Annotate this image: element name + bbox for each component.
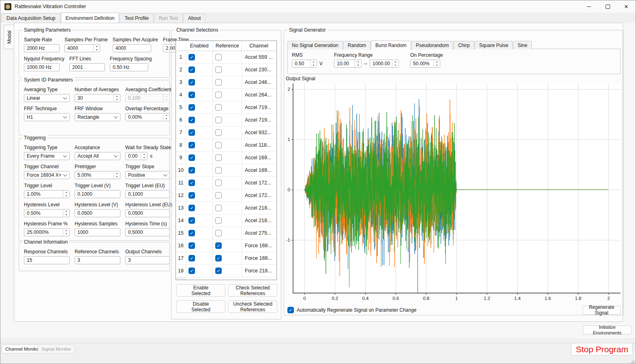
trigger-channel-select[interactable]: Force 16934 X+ <box>24 171 70 179</box>
spin-up-icon[interactable]: ▲ <box>311 60 317 64</box>
enabled-checkbox[interactable]: ✓ <box>188 268 195 274</box>
spin-up-icon[interactable]: ▲ <box>94 45 100 48</box>
tab-pseudorandom[interactable]: Pseudorandom <box>411 41 453 49</box>
enabled-checkbox[interactable]: ✓ <box>188 230 195 236</box>
spinner[interactable]: ▲▼ <box>63 210 69 217</box>
spinner[interactable]: ▲▼ <box>113 94 120 102</box>
uncheck-selected-references-button[interactable]: Uncheck SelectedReferences <box>228 300 277 313</box>
trigger-level-v-input[interactable]: 0.1000 <box>75 190 120 198</box>
spin-up-icon[interactable]: ▲ <box>63 210 69 213</box>
enabled-checkbox[interactable]: ✓ <box>188 92 195 98</box>
stop-program-button[interactable]: Stop Program <box>571 343 633 355</box>
frequency-max-input[interactable]: 1000.00 ▲▼ <box>370 60 399 68</box>
spin-down-icon[interactable]: ▼ <box>434 64 440 67</box>
spin-down-icon[interactable]: ▼ <box>355 64 361 67</box>
spin-down-icon[interactable]: ▼ <box>94 48 100 52</box>
spin-up-icon[interactable]: ▲ <box>163 113 169 117</box>
enabled-checkbox[interactable]: ✓ <box>188 242 195 249</box>
reference-checkbox[interactable]: ✓ <box>215 129 222 136</box>
rms-input[interactable]: 0.50 ▲▼ <box>292 60 317 68</box>
reference-checkbox[interactable]: ✓ <box>215 92 222 98</box>
spin-down-icon[interactable]: ▼ <box>392 64 398 67</box>
spinner[interactable]: ▲▼ <box>63 229 69 236</box>
tab-no-signal-generation[interactable]: No Signal Generation <box>287 41 343 49</box>
spin-down-icon[interactable]: ▼ <box>114 175 120 179</box>
spin-up-icon[interactable]: ▲ <box>63 191 69 194</box>
initialize-environments-button[interactable]: Initialize Environments <box>583 325 632 334</box>
spin-down-icon[interactable]: ▼ <box>141 156 147 160</box>
trigger-level-eu-input[interactable]: 0.1000 <box>125 190 170 198</box>
reference-checkbox[interactable]: ✓ <box>215 180 222 186</box>
pretrigger-input[interactable]: 5.00% ▲▼ <box>75 171 120 179</box>
trigger-slope-select[interactable]: Positive <box>125 171 170 179</box>
spinner[interactable]: ▲▼ <box>310 60 317 67</box>
enabled-checkbox[interactable]: ✓ <box>188 154 195 161</box>
resize-grip-icon[interactable] <box>631 360 634 363</box>
reference-checkbox[interactable]: ✓ <box>215 242 222 249</box>
spinner[interactable]: ▲▼ <box>163 113 169 121</box>
frf-technique-select[interactable]: H1 <box>24 113 70 121</box>
reference-checkbox[interactable]: ✓ <box>215 154 222 161</box>
hysteresis-frame-input[interactable]: 25.0000% ▲▼ <box>24 228 70 236</box>
samples-per-frame-input[interactable]: 4000 ▲▼ <box>64 44 100 52</box>
spin-down-icon[interactable]: ▼ <box>114 98 120 102</box>
reference-checkbox[interactable]: ✓ <box>215 205 222 211</box>
reference-checkbox[interactable]: ✓ <box>215 255 222 261</box>
overlap-percentage-input[interactable]: 0.00% ▲▼ <box>125 113 170 121</box>
reference-checkbox[interactable]: ✓ <box>215 66 222 73</box>
enabled-checkbox[interactable]: ✓ <box>188 180 195 186</box>
enabled-checkbox[interactable]: ✓ <box>188 205 195 211</box>
channel-monitor-button[interactable]: Channel Monitor <box>2 345 43 353</box>
tab-square-pulse[interactable]: Square Pulse <box>475 41 513 49</box>
enabled-checkbox[interactable]: ✓ <box>188 104 195 111</box>
number-of-averages-input[interactable]: 30 ▲▼ <box>75 94 120 102</box>
tab-burst-random[interactable]: Burst Random <box>371 41 411 50</box>
reference-checkbox[interactable]: ✓ <box>215 268 222 274</box>
enabled-checkbox[interactable]: ✓ <box>188 217 195 224</box>
triggering-type-select[interactable]: Every Frame <box>24 152 70 160</box>
spinner[interactable]: ▲▼ <box>113 171 120 179</box>
reference-checkbox[interactable]: ✓ <box>215 54 222 60</box>
on-percentage-input[interactable]: 50.00% ▲▼ <box>410 60 440 68</box>
maximize-button[interactable] <box>598 0 617 13</box>
spin-down-icon[interactable]: ▼ <box>311 64 317 67</box>
wait-steady-input[interactable]: 0.00 ▲▼ <box>125 152 148 160</box>
spin-up-icon[interactable]: ▲ <box>392 60 398 64</box>
enabled-checkbox[interactable]: ✓ <box>188 79 195 86</box>
reference-checkbox[interactable]: ✓ <box>215 142 222 148</box>
trigger-level-input[interactable]: 1.00% ▲▼ <box>24 190 70 198</box>
spin-up-icon[interactable]: ▲ <box>114 171 120 175</box>
reference-checkbox[interactable]: ✓ <box>215 192 222 199</box>
tab-test-profile[interactable]: Test Profile <box>120 13 153 23</box>
hysteresis-samples-input[interactable]: 1000 <box>75 228 120 236</box>
enabled-checkbox[interactable]: ✓ <box>188 117 195 123</box>
enabled-checkbox[interactable]: ✓ <box>188 167 195 173</box>
tab-data-acquisition-setup[interactable]: Data Acquisition Setup <box>2 13 60 23</box>
hysteresis-level-v-input[interactable]: 0.0500 <box>75 209 120 217</box>
spin-down-icon[interactable]: ▼ <box>63 232 69 236</box>
reference-checkbox[interactable]: ✓ <box>215 167 222 173</box>
enabled-checkbox[interactable]: ✓ <box>188 255 195 261</box>
enable-selected-button[interactable]: EnableSelected <box>176 284 225 297</box>
spinner[interactable]: ▲▼ <box>141 152 147 160</box>
spinner[interactable]: ▲▼ <box>433 60 440 67</box>
disable-selected-button[interactable]: DisableSelected <box>176 300 225 313</box>
spin-up-icon[interactable]: ▲ <box>141 152 147 156</box>
tab-environment-definition[interactable]: Environment Definition <box>61 13 120 23</box>
channel-table[interactable]: Enabled Reference Channel 1 ✓ ✓ Accel 55… <box>176 41 277 280</box>
spinner[interactable]: ▲▼ <box>63 191 69 198</box>
sample-rate-input[interactable]: 2000 Hz <box>24 44 60 52</box>
enabled-checkbox[interactable]: ✓ <box>188 192 195 199</box>
reference-checkbox[interactable]: ✓ <box>215 230 222 236</box>
close-button[interactable]: ✕ <box>617 0 636 13</box>
tab-random[interactable]: Random <box>343 41 370 49</box>
tab-sine[interactable]: Sine <box>513 41 532 49</box>
hysteresis-level-input[interactable]: 0.50% ▲▼ <box>24 209 70 217</box>
spin-down-icon[interactable]: ▼ <box>63 213 69 217</box>
regenerate-signal-button[interactable]: Regenerate Signal <box>582 306 621 315</box>
spin-up-icon[interactable]: ▲ <box>434 60 440 64</box>
tab-chirp[interactable]: Chirp <box>454 41 474 49</box>
minimize-button[interactable] <box>580 0 598 13</box>
reference-checkbox[interactable]: ✓ <box>215 117 222 123</box>
hysteresis-time-input[interactable]: 0.5000 <box>125 228 170 236</box>
